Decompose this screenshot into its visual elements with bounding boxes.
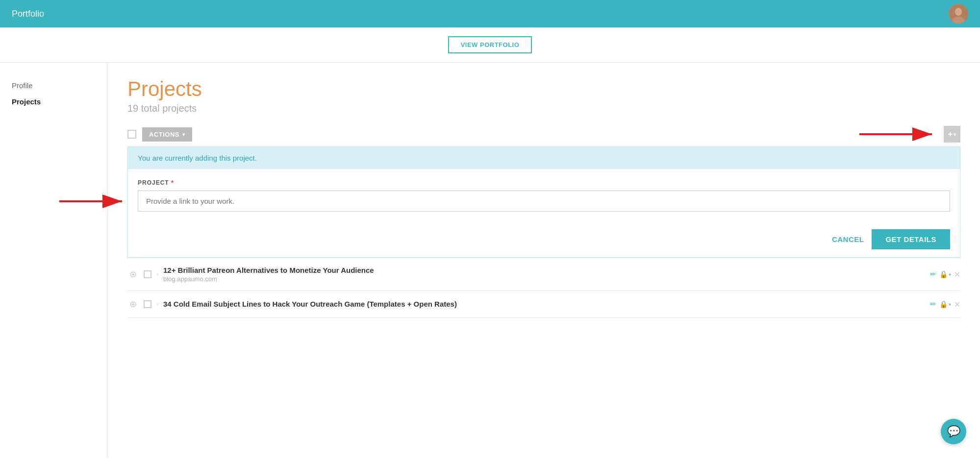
drag-handle[interactable]: ⊕ xyxy=(127,299,139,310)
avatar[interactable] xyxy=(949,4,968,24)
adding-project-section: You are currently adding this project. P… xyxy=(127,146,960,258)
form-actions: CANCEL GET DETAILS xyxy=(128,221,960,257)
header-title: Portfolio xyxy=(12,9,44,19)
project-name: 12+ Brilliant Patreon Alternatives to Mo… xyxy=(163,266,925,274)
main-content: Projects 19 total projects ACTIONS ▾ xyxy=(108,63,980,458)
get-details-button[interactable]: GET DETAILS xyxy=(872,229,950,249)
select-all-checkbox[interactable] xyxy=(127,130,136,139)
delete-icon[interactable]: ✕ xyxy=(954,270,960,279)
edit-icon[interactable]: ✏ xyxy=(930,270,936,279)
toolbar: ACTIONS ▾ xyxy=(127,126,960,143)
page-title: Projects xyxy=(127,77,960,101)
sidebar-item-projects[interactable]: Projects xyxy=(12,94,96,110)
main-layout: Profile Projects Projects 19 total proje… xyxy=(0,63,980,458)
project-list: ⊕ › 12+ Brilliant Patreon Alternatives t… xyxy=(127,258,960,318)
project-form: PROJECT * xyxy=(128,169,960,221)
header: Portfolio xyxy=(0,0,980,27)
sidebar: Profile Projects xyxy=(0,63,108,458)
toolbar-left: ACTIONS ▾ xyxy=(127,127,192,142)
item-checkbox[interactable] xyxy=(144,300,151,308)
edit-icon[interactable]: ✏ xyxy=(930,300,936,309)
add-project-button[interactable]: + ▾ xyxy=(944,126,960,143)
expand-arrow[interactable]: › xyxy=(156,271,158,278)
item-checkbox[interactable] xyxy=(144,270,151,278)
lock-button[interactable]: 🔒▾ xyxy=(939,270,951,278)
chat-icon: 💬 xyxy=(947,425,960,438)
table-row: ⊕ › 34 Cold Email Subject Lines to Hack … xyxy=(127,291,960,318)
table-row: ⊕ › 12+ Brilliant Patreon Alternatives t… xyxy=(127,258,960,291)
actions-button[interactable]: ACTIONS ▾ xyxy=(142,127,192,142)
toolbar-wrapper: ACTIONS ▾ xyxy=(127,126,960,143)
adding-notice: You are currently adding this project. xyxy=(128,147,960,169)
delete-icon[interactable]: ✕ xyxy=(954,300,960,309)
add-button-container: + ▾ xyxy=(944,126,960,143)
cancel-button[interactable]: CANCEL xyxy=(832,235,864,243)
add-caret: ▾ xyxy=(954,132,956,137)
project-url-input[interactable] xyxy=(138,191,950,212)
chat-bubble[interactable]: 💬 xyxy=(941,419,966,444)
item-actions: ✏ 🔒▾ ✕ xyxy=(930,270,960,279)
project-field-label: PROJECT * xyxy=(138,179,950,187)
total-projects: 19 total projects xyxy=(127,103,960,114)
project-url: blog.appsumo.com xyxy=(163,275,925,283)
input-wrapper xyxy=(138,191,950,212)
drag-handle[interactable]: ⊕ xyxy=(127,269,139,280)
red-arrow-to-add xyxy=(859,124,938,144)
project-info: 34 Cold Email Subject Lines to Hack Your… xyxy=(163,300,925,309)
actions-caret: ▾ xyxy=(182,132,185,137)
expand-arrow[interactable]: › xyxy=(156,301,158,308)
required-star: * xyxy=(171,179,174,187)
svg-point-1 xyxy=(955,8,962,16)
lock-button[interactable]: 🔒▾ xyxy=(939,300,951,308)
view-portfolio-bar: VIEW PORTFOLIO xyxy=(0,27,980,63)
sidebar-item-profile[interactable]: Profile xyxy=(12,77,96,94)
project-name: 34 Cold Email Subject Lines to Hack Your… xyxy=(163,300,925,308)
item-actions: ✏ 🔒▾ ✕ xyxy=(930,300,960,309)
project-info: 12+ Brilliant Patreon Alternatives to Mo… xyxy=(163,266,925,283)
view-portfolio-button[interactable]: VIEW PORTFOLIO xyxy=(448,36,532,53)
